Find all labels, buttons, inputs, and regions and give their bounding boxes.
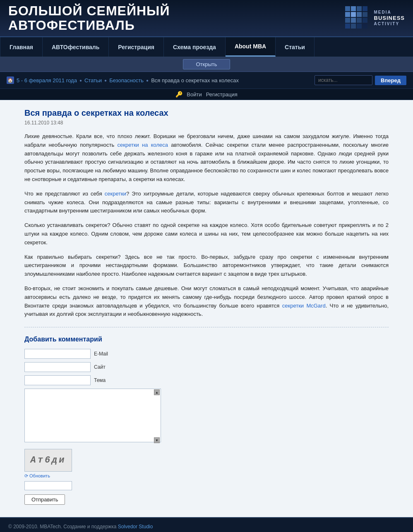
theme-row: Тема	[24, 375, 389, 385]
footer: © 2009-2010. MBATech. Создание и поддерж…	[0, 517, 413, 532]
comment-textarea[interactable]	[24, 389, 161, 442]
nav-item-registraciya[interactable]: Регистрация	[109, 37, 164, 57]
captcha-input[interactable]	[24, 481, 72, 490]
email-field[interactable]	[24, 349, 91, 359]
svg-rect-2	[357, 6, 362, 11]
comment-form: E-Mail Сайт Тема ▲ ▼	[24, 349, 389, 505]
comment-divider	[24, 327, 389, 327]
breadcrumb-bar: 🏠 5 - 6 февраля 2011 года ● Статьи ● Без…	[0, 72, 413, 89]
svg-rect-6	[357, 12, 362, 17]
theme-field[interactable]	[24, 375, 91, 385]
nav-item-stati[interactable]: Статьи	[276, 37, 315, 57]
nav-item-about-mba[interactable]: About MBA	[226, 37, 276, 57]
breadcrumb-sep2: ●	[104, 78, 107, 83]
article-paragraph-4: Как правильно выбирать секретки? Здесь в…	[24, 253, 389, 279]
svg-rect-13	[351, 24, 356, 29]
article-title: Вся правда о секретках на колесах	[24, 108, 389, 118]
login-bar: 🔑 Войти Регистрация	[0, 89, 413, 100]
article-body: Лихие девяностые. Крали все, что плохо л…	[24, 132, 389, 319]
scroll-up[interactable]: ▲	[154, 389, 160, 395]
theme-label: Тема	[94, 377, 106, 383]
site-logo: БОЛЬШОЙ СЕМЕЙНЫЙ АВТОФЕСТИВАЛЬ	[8, 4, 170, 33]
nav-item-shema[interactable]: Схема проезда	[164, 37, 226, 57]
login-link[interactable]: Войти	[187, 91, 202, 98]
logo-line2: АВТОФЕСТИВАЛЬ	[8, 18, 170, 33]
svg-rect-0	[345, 6, 350, 11]
breadcrumb-current: Вся правда о секретках на колесах	[151, 77, 239, 83]
site-label: Сайт	[94, 364, 106, 370]
article-date: 16.11.2010 13:48	[24, 120, 389, 126]
svg-rect-4	[345, 12, 350, 17]
mba-logo: MEDIA BUSINESS ACTIVITY	[344, 5, 405, 31]
nav-bar: Главная АВТОфестиваль Регистрация Схема …	[0, 37, 413, 57]
article-paragraph-3: Сколько устанавливать секреток? Обычно с…	[24, 221, 389, 247]
breadcrumb-stati[interactable]: Статьи	[84, 77, 102, 83]
svg-rect-11	[363, 18, 367, 23]
svg-rect-8	[345, 18, 350, 23]
svg-rect-14	[357, 24, 362, 29]
header: БОЛЬШОЙ СЕМЕЙНЫЙ АВТОФЕСТИВАЛЬ	[0, 0, 413, 37]
svg-rect-7	[363, 12, 367, 17]
textarea-row: ▲ ▼	[24, 389, 389, 444]
captcha-area: Ат6ди ⟳ Обновить	[24, 449, 389, 494]
email-row: E-Mail	[24, 349, 389, 359]
mba-text-stack: MEDIA BUSINESS ACTIVITY	[374, 10, 405, 26]
home-icon[interactable]: 🏠	[7, 76, 14, 84]
site-field[interactable]	[24, 362, 91, 372]
svg-rect-15	[363, 24, 367, 29]
mba-business-label: BUSINESS	[374, 15, 405, 21]
svg-rect-12	[345, 24, 350, 29]
footer-text: © 2009-2010. MBATech. Создание и поддерж…	[8, 524, 116, 530]
nav-item-glavnaya[interactable]: Главная	[0, 37, 43, 57]
site-row: Сайт	[24, 362, 389, 372]
email-label: E-Mail	[94, 351, 108, 357]
article-paragraph-2: Что же представляют из себя секретки? Эт…	[24, 190, 389, 215]
footer-link[interactable]: Solvedor Studio	[118, 524, 153, 530]
nav-item-avtofestival[interactable]: АВТОфестиваль	[43, 37, 109, 57]
svg-rect-1	[351, 6, 356, 11]
mba-activity-label: ACTIVITY	[374, 21, 400, 26]
article-paragraph-1: Лихие девяностые. Крали все, что плохо л…	[24, 132, 389, 184]
dropdown-area: Открыть	[0, 57, 413, 72]
breadcrumb-sep3: ●	[146, 78, 149, 83]
logo-line1: БОЛЬШОЙ СЕМЕЙНЫЙ	[8, 4, 170, 18]
comment-form-title: Добавить комментарий	[24, 336, 389, 343]
link-sekretki-mcgard[interactable]: секретки McGard	[282, 303, 326, 309]
link-sekretki-1[interactable]: секретки на колеса	[118, 142, 168, 148]
breadcrumb-bezopasnost[interactable]: Безопасность	[109, 77, 144, 83]
breadcrumb-sep1: ●	[79, 78, 82, 83]
svg-rect-3	[363, 6, 367, 11]
content-area: Вся правда о секретках на колесах 16.11.…	[12, 100, 401, 517]
captcha-image: Ат6ди	[24, 449, 72, 472]
scrollbar[interactable]: ▲ ▼	[154, 389, 160, 443]
dropdown-button[interactable]: Открыть	[183, 59, 230, 69]
key-icon: 🔑	[175, 91, 182, 98]
breadcrumb-date: 5 - 6 февраля 2011 года	[17, 77, 77, 83]
scroll-down[interactable]: ▼	[154, 437, 160, 443]
article-paragraph-5: Во-вторых, не стоит экономить и покупать…	[24, 284, 389, 319]
submit-button[interactable]: Отправить	[24, 494, 65, 505]
register-link[interactable]: Регистрация	[206, 91, 238, 98]
link-sekretki-2[interactable]: секретки	[105, 191, 126, 197]
search-area: Вперед	[315, 75, 406, 85]
captcha-refresh[interactable]: ⟳ Обновить	[24, 473, 389, 479]
svg-rect-5	[351, 12, 356, 17]
mba-cube-graphic	[344, 5, 370, 31]
svg-rect-9	[351, 18, 356, 23]
search-input[interactable]	[315, 75, 372, 85]
search-button[interactable]: Вперед	[375, 76, 406, 85]
mba-media-label: MEDIA	[374, 10, 391, 15]
svg-rect-10	[357, 18, 362, 23]
main-wrapper: Вся правда о секретках на колесах 16.11.…	[0, 100, 413, 517]
